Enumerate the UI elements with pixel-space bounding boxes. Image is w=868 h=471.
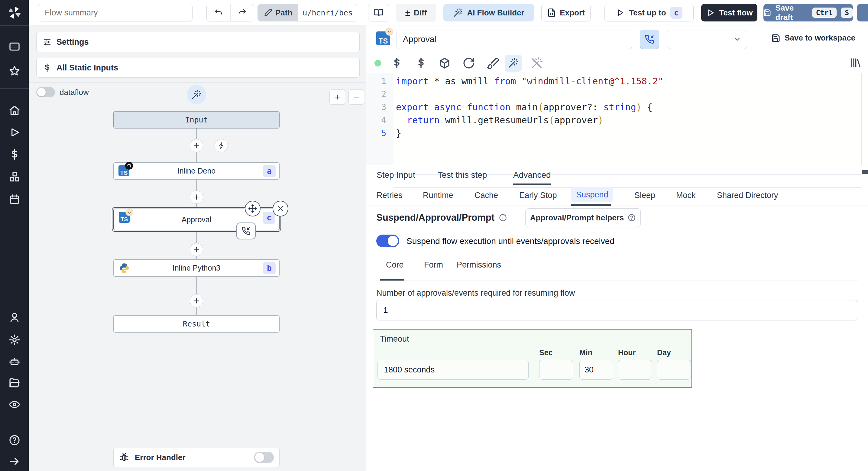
redo-button[interactable] xyxy=(230,4,254,21)
node-result[interactable]: Result xyxy=(113,315,280,332)
wand-off-icon[interactable] xyxy=(530,57,543,69)
step-name-input[interactable] xyxy=(397,30,632,49)
chevron-down-icon xyxy=(733,35,741,43)
flow-graph-panel: Settings All Static Inputs dataflow + − … xyxy=(29,25,366,471)
deploy-button-partial[interactable] xyxy=(857,4,868,22)
settings-gear-icon[interactable] xyxy=(8,334,21,346)
info-icon[interactable] xyxy=(499,213,507,222)
day-input[interactable] xyxy=(657,360,691,380)
tab-step-input[interactable]: Step Input xyxy=(377,165,415,185)
ai-assist-wand-button[interactable] xyxy=(505,55,522,72)
node-inline-deno[interactable]: TS Inline Deno a xyxy=(113,163,280,180)
trigger-bolt-button[interactable] xyxy=(215,139,228,152)
step-typescript-bun-icon: TS xyxy=(376,31,391,46)
code-editor[interactable]: 12345 import * as wmill from "windmill-c… xyxy=(366,73,868,165)
ai-flow-builder-button[interactable]: AI Flow Builder xyxy=(443,4,534,22)
approval-phone-badge[interactable] xyxy=(236,223,256,239)
flow-summary-input[interactable] xyxy=(38,4,192,22)
hour-input[interactable] xyxy=(618,360,652,380)
bug-icon xyxy=(119,452,129,463)
tab-suspend[interactable]: Suspend xyxy=(571,187,613,202)
resources-cubes-icon[interactable] xyxy=(8,171,21,183)
path-value[interactable]: u/henri/bes xyxy=(298,4,357,21)
phone-suspend-toggle-button[interactable] xyxy=(640,30,659,49)
undo-button[interactable] xyxy=(207,4,230,21)
runs-play-icon[interactable] xyxy=(8,126,21,139)
tab-retries[interactable]: Retries xyxy=(377,185,403,206)
node-input[interactable]: Input xyxy=(113,111,280,128)
audit-eye-icon[interactable] xyxy=(8,399,21,411)
insert-step-button[interactable] xyxy=(190,139,203,152)
schedules-calendar-icon[interactable] xyxy=(8,194,21,206)
move-step-handle[interactable] xyxy=(245,201,260,216)
node-inline-deno-label: Inline Deno xyxy=(178,167,216,175)
tab-sleep[interactable]: Sleep xyxy=(634,185,655,206)
insert-step-button[interactable] xyxy=(190,190,203,204)
windmill-logo-icon[interactable] xyxy=(7,5,22,20)
export-button[interactable]: Export xyxy=(541,4,591,22)
editor-gutter: 12345 xyxy=(366,73,394,165)
sec-label: Sec xyxy=(539,348,553,357)
expand-arrow-icon[interactable] xyxy=(8,455,21,467)
suspend-enable-toggle[interactable] xyxy=(376,235,399,247)
node-input-label: Input xyxy=(185,116,208,124)
tab-mock[interactable]: Mock xyxy=(676,185,696,206)
approvals-count-input[interactable] xyxy=(376,300,858,320)
workers-robot-icon[interactable] xyxy=(8,355,21,367)
dataflow-label: dataflow xyxy=(60,88,89,97)
ai-flow-builder-label: AI Flow Builder xyxy=(467,8,524,18)
folders-icon[interactable] xyxy=(8,377,21,389)
reload-icon[interactable] xyxy=(462,57,475,69)
approval-prompt-helpers-button[interactable]: Approval/Prompt helpers xyxy=(525,208,641,227)
subtab-permissions[interactable]: Permissions xyxy=(457,256,501,274)
path-edit-button[interactable]: Path xyxy=(258,4,298,21)
favorites-star-icon[interactable] xyxy=(8,65,21,77)
error-handler-row[interactable]: Error Handler xyxy=(113,448,280,467)
ai-wand-bubble-button[interactable] xyxy=(187,85,206,104)
delete-step-button[interactable] xyxy=(273,201,288,216)
save-draft-button[interactable]: Save draft Ctrl S xyxy=(764,4,853,22)
library-icon[interactable] xyxy=(849,57,861,69)
timeout-total-input[interactable] xyxy=(377,360,529,380)
resources-dollar-icon[interactable] xyxy=(415,57,427,69)
node-inline-python[interactable]: Inline Python3 b xyxy=(113,259,280,276)
test-up-to-button[interactable]: Test up to c xyxy=(604,4,693,22)
editor-toolbar xyxy=(366,53,868,73)
flow-settings-row[interactable]: Settings xyxy=(36,32,360,52)
tab-advanced[interactable]: Advanced xyxy=(513,165,551,185)
insert-step-button[interactable] xyxy=(190,294,203,307)
variables-dollar-icon[interactable] xyxy=(391,57,403,69)
tab-early-stop[interactable]: Early Stop xyxy=(519,185,557,206)
diff-button[interactable]: ± Diff xyxy=(396,4,436,22)
zoom-out-button[interactable]: − xyxy=(348,89,364,105)
insert-step-button[interactable] xyxy=(190,243,203,256)
package-box-icon[interactable] xyxy=(438,57,451,69)
zoom-in-button[interactable]: + xyxy=(330,89,345,105)
question-icon xyxy=(627,213,636,222)
test-flow-button[interactable]: Test flow xyxy=(701,4,757,22)
all-static-inputs-row[interactable]: All Static Inputs xyxy=(36,58,360,78)
home-icon[interactable] xyxy=(8,104,21,116)
sec-input[interactable] xyxy=(539,360,573,380)
tab-test-this-step[interactable]: Test this step xyxy=(438,165,487,185)
min-input[interactable] xyxy=(579,360,613,380)
panel-keyboard-icon[interactable] xyxy=(8,40,21,53)
close-icon xyxy=(276,204,285,213)
users-person-icon[interactable] xyxy=(8,312,21,323)
subtab-form[interactable]: Form xyxy=(424,256,443,274)
book-icon xyxy=(374,8,383,18)
save-to-workspace-button[interactable]: Save to workspace xyxy=(771,33,855,42)
help-icon[interactable] xyxy=(8,434,21,446)
docs-book-button[interactable] xyxy=(368,4,389,22)
subtab-core[interactable]: Core xyxy=(386,256,404,274)
python-icon xyxy=(119,262,130,274)
variables-dollar-icon[interactable] xyxy=(8,149,21,161)
tab-shared-directory[interactable]: Shared Directory xyxy=(717,185,778,206)
error-handler-toggle[interactable] xyxy=(254,452,274,463)
step-tabs: Step Input Test this step Advanced xyxy=(366,165,868,185)
format-brush-icon[interactable] xyxy=(487,57,499,69)
worker-tag-select[interactable] xyxy=(668,30,747,49)
dataflow-toggle[interactable] xyxy=(36,87,55,97)
tab-runtime[interactable]: Runtime xyxy=(423,185,453,206)
tab-cache[interactable]: Cache xyxy=(474,185,498,206)
